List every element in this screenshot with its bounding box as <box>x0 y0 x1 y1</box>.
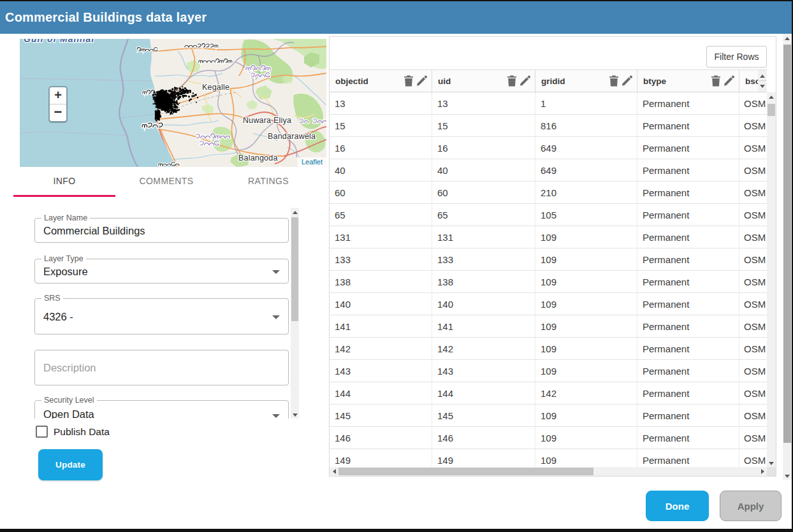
map-zoom-control: + − <box>48 86 68 123</box>
scroll-left-button[interactable] <box>330 467 338 476</box>
table-row[interactable]: 6060210PermanentOSM <box>330 182 767 204</box>
publish-data-checkbox[interactable] <box>36 426 48 438</box>
column-header-btype[interactable]: btype <box>637 70 739 92</box>
dropdown-arrow-icon[interactable] <box>272 270 280 274</box>
srs-field[interactable]: SRS4326 - <box>34 298 289 334</box>
form-scrollbar[interactable] <box>291 208 299 419</box>
dropdown-arrow-icon[interactable] <box>272 414 280 418</box>
table-row[interactable]: 1616649PermanentOSM <box>330 137 767 159</box>
cell-uid: 143 <box>432 360 535 382</box>
dropdown-arrow-icon[interactable] <box>272 315 280 319</box>
apply-button[interactable]: Apply <box>720 491 782 521</box>
cell-objectid: 149 <box>330 449 432 467</box>
scroll-down-button[interactable] <box>758 81 767 91</box>
table-row[interactable]: 146146109PermanentOSM <box>330 427 767 449</box>
delete-column-icon[interactable] <box>711 75 721 87</box>
zoom-out-button[interactable]: − <box>50 104 66 121</box>
edit-column-icon[interactable] <box>622 75 632 87</box>
layer-name-field[interactable]: Layer NameCommercial Buildings <box>34 218 289 243</box>
column-header-objectid[interactable]: objectid <box>330 70 432 92</box>
tab-ratings[interactable]: RATINGS <box>217 168 319 195</box>
tab-comments[interactable]: COMMENTS <box>115 168 217 195</box>
scrollbar-thumb[interactable] <box>783 45 791 443</box>
table-row[interactable]: 144144142PermanentOSM <box>330 382 767 405</box>
column-name: btype <box>643 76 666 86</box>
column-header-gridid[interactable]: gridid <box>535 70 637 92</box>
cell-gridid: 649 <box>535 159 637 181</box>
scroll-up-button[interactable] <box>767 92 776 101</box>
column-header-bsource[interactable]: bsource <box>739 70 758 92</box>
cell-uid: 149 <box>432 449 535 467</box>
tab-info[interactable]: INFO <box>13 168 115 195</box>
filter-rows-button[interactable]: Filter Rows <box>706 46 767 68</box>
cell-objectid: 146 <box>330 427 432 449</box>
table-horizontal-scrollbar[interactable] <box>330 467 767 476</box>
cell-objectid: 13 <box>330 92 432 114</box>
table-row[interactable]: 4040649PermanentOSM <box>330 159 767 182</box>
table-row[interactable]: 142142109PermanentOSM <box>330 338 767 360</box>
table-vertical-scrollbar[interactable] <box>767 92 776 467</box>
scroll-up-button[interactable] <box>291 208 299 216</box>
column-actions <box>404 75 427 87</box>
arrow-up-icon <box>769 96 774 99</box>
table-row[interactable]: 6565105PermanentOSM <box>330 204 767 226</box>
column-actions <box>711 75 734 87</box>
dialog-scrollbar[interactable] <box>783 34 792 480</box>
update-button[interactable]: Update <box>38 449 103 480</box>
table-row[interactable]: 133133109PermanentOSM <box>330 248 767 271</box>
security-level-field[interactable]: Security LevelOpen Data <box>34 400 289 419</box>
done-button[interactable]: Done <box>646 491 709 521</box>
cell-btype: Permanent <box>637 182 739 203</box>
field-label: Layer Type <box>41 255 86 263</box>
cell-objectid: 65 <box>330 204 432 226</box>
cell-btype: Permanent <box>637 360 739 382</box>
table-row[interactable]: 131131109PermanentOSM <box>330 226 767 248</box>
edit-column-icon[interactable] <box>724 75 734 87</box>
cell-btype: Permanent <box>637 159 739 181</box>
map[interactable]: Gulf of MannarKegalleNuwara EliyaBandara… <box>20 39 326 167</box>
scrollbar-thumb[interactable] <box>338 468 593 475</box>
cell-bsource: OSM <box>739 405 767 426</box>
edit-column-icon[interactable] <box>416 75 427 87</box>
cell-bsource: OSM <box>739 92 767 114</box>
map-label: Kegalle <box>202 83 229 92</box>
scroll-up-button[interactable] <box>758 70 767 80</box>
delete-column-icon[interactable] <box>507 75 517 87</box>
table-row[interactable]: 1515816PermanentOSM <box>330 115 767 137</box>
header-mini-scrollbar[interactable] <box>758 70 767 92</box>
table-row[interactable]: 13131PermanentOSM <box>330 92 767 115</box>
leaflet-link[interactable]: Leaflet <box>302 158 323 166</box>
table-row[interactable]: 149149109PermanentOSM <box>330 449 767 467</box>
cell-uid: 60 <box>432 182 535 203</box>
table-row[interactable]: 138138109PermanentOSM <box>330 271 767 293</box>
field-value: Commercial Buildings <box>43 224 145 236</box>
scroll-up-button[interactable] <box>783 34 792 42</box>
cell-bsource: OSM <box>739 360 767 382</box>
description-field[interactable]: Description <box>34 350 289 385</box>
column-name: uid <box>438 76 451 86</box>
map-attribution: Leaflet <box>298 157 326 167</box>
table-row[interactable]: 140140109PermanentOSM <box>330 293 767 315</box>
cell-objectid: 40 <box>330 159 432 181</box>
scroll-right-button[interactable] <box>759 467 767 476</box>
scroll-down-button[interactable] <box>767 459 776 467</box>
table-row[interactable]: 141141109PermanentOSM <box>330 315 767 338</box>
cell-gridid: 109 <box>535 271 637 292</box>
layer-type-field[interactable]: Layer TypeExposure <box>34 259 289 284</box>
edit-column-icon[interactable] <box>520 75 530 87</box>
delete-column-icon[interactable] <box>404 75 414 87</box>
cell-btype: Permanent <box>637 338 739 359</box>
scrollbar-thumb[interactable] <box>768 104 775 116</box>
cell-bsource: OSM <box>739 271 767 292</box>
arrow-left-icon <box>333 469 336 474</box>
cell-objectid: 138 <box>330 271 432 292</box>
cell-bsource: OSM <box>739 159 767 181</box>
table-row[interactable]: 143143109PermanentOSM <box>330 360 767 382</box>
scrollbar-thumb[interactable] <box>291 217 298 321</box>
delete-column-icon[interactable] <box>609 75 619 87</box>
scroll-down-button[interactable] <box>291 410 299 419</box>
column-header-uid[interactable]: uid <box>432 70 535 92</box>
scroll-down-button[interactable] <box>783 471 792 480</box>
table-row[interactable]: 145145109PermanentOSM <box>330 405 767 427</box>
zoom-in-button[interactable]: + <box>50 87 66 104</box>
